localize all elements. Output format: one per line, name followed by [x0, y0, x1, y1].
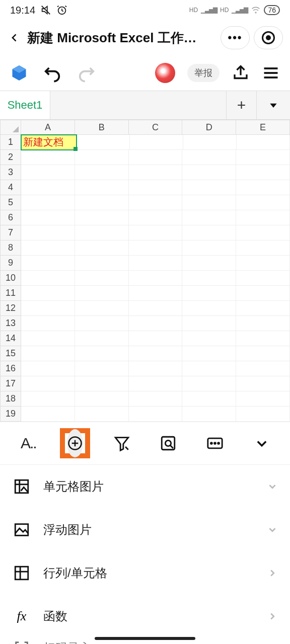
filter-button[interactable] [107, 428, 137, 458]
cell[interactable] [129, 225, 183, 240]
cell[interactable] [21, 271, 75, 286]
cell[interactable] [129, 407, 183, 422]
cell[interactable] [129, 180, 183, 195]
row-header[interactable]: 4 [0, 180, 21, 195]
cell[interactable] [236, 361, 290, 376]
add-sheet-button[interactable]: + [227, 91, 257, 119]
cell[interactable] [129, 165, 183, 180]
cell[interactable] [21, 256, 75, 271]
cell[interactable] [75, 256, 129, 271]
cell[interactable] [129, 316, 183, 331]
row-header[interactable]: 18 [0, 391, 21, 407]
app-logo-icon[interactable] [10, 64, 28, 82]
cell[interactable] [182, 256, 236, 271]
report-button[interactable]: 举报 [187, 64, 220, 82]
cell[interactable] [21, 150, 75, 165]
view-button[interactable] [153, 428, 183, 458]
cell[interactable] [21, 286, 75, 301]
row-header[interactable]: 8 [0, 240, 21, 256]
cell[interactable] [75, 316, 129, 331]
cell[interactable] [75, 286, 129, 301]
row-header[interactable]: 3 [0, 165, 21, 180]
back-button[interactable] [7, 28, 22, 48]
row-header[interactable]: 19 [0, 407, 21, 422]
cell[interactable] [75, 301, 129, 316]
col-header[interactable]: D [182, 120, 236, 135]
cell[interactable] [182, 391, 236, 407]
sheet-dropdown-button[interactable] [257, 91, 290, 119]
cell[interactable] [236, 346, 290, 361]
cell[interactable] [182, 240, 236, 256]
keyboard-button[interactable] [200, 428, 230, 458]
row-header[interactable]: 14 [0, 331, 21, 346]
cell[interactable] [182, 346, 236, 361]
cell[interactable] [21, 391, 75, 407]
menu-item-cell-image[interactable]: 单元格图片 [0, 465, 290, 508]
cell[interactable] [129, 271, 183, 286]
row-header[interactable]: 12 [0, 301, 21, 316]
cell[interactable] [183, 135, 237, 150]
cell[interactable] [182, 271, 236, 286]
cell[interactable] [75, 271, 129, 286]
cell[interactable] [182, 286, 236, 301]
cell[interactable] [75, 150, 129, 165]
cell[interactable] [21, 346, 75, 361]
row-header[interactable]: 17 [0, 376, 21, 391]
row-header[interactable]: 1 [0, 135, 21, 150]
cell[interactable] [75, 165, 129, 180]
cell[interactable] [182, 376, 236, 391]
cell[interactable] [129, 361, 183, 376]
cell[interactable] [129, 391, 183, 407]
cell[interactable] [236, 376, 290, 391]
cell[interactable] [75, 195, 129, 210]
cell[interactable] [21, 180, 75, 195]
cell[interactable] [75, 391, 129, 407]
cell[interactable] [75, 240, 129, 256]
col-header[interactable]: C [129, 120, 183, 135]
cell[interactable] [236, 240, 290, 256]
cell[interactable] [182, 225, 236, 240]
cell[interactable] [236, 180, 290, 195]
cell[interactable] [236, 271, 290, 286]
cell[interactable] [21, 225, 75, 240]
redo-button[interactable] [77, 63, 97, 83]
spreadsheet-grid[interactable]: A B C D E 1 新建文档 2 3 4 5 6 7 8 9 10 11 1… [0, 120, 290, 422]
cell[interactable] [75, 180, 129, 195]
cell[interactable] [75, 346, 129, 361]
record-button[interactable] [254, 26, 283, 49]
cell[interactable] [75, 376, 129, 391]
cell[interactable] [21, 195, 75, 210]
row-header[interactable]: 15 [0, 346, 21, 361]
cell[interactable] [129, 150, 183, 165]
undo-button[interactable] [42, 63, 62, 83]
menu-item-function[interactable]: fx 函数 [0, 595, 290, 638]
cell[interactable] [236, 286, 290, 301]
cell[interactable] [236, 407, 290, 422]
cell[interactable] [236, 301, 290, 316]
insert-button[interactable] [60, 428, 90, 458]
cell[interactable] [236, 165, 290, 180]
cell[interactable] [21, 376, 75, 391]
cell[interactable] [129, 376, 183, 391]
menu-item-float-image[interactable]: 浮动图片 [0, 508, 290, 551]
cell[interactable] [236, 150, 290, 165]
cell[interactable] [182, 316, 236, 331]
hamburger-button[interactable] [262, 64, 280, 82]
cell[interactable] [182, 331, 236, 346]
cell[interactable] [182, 195, 236, 210]
cell[interactable] [21, 210, 75, 225]
cell[interactable] [21, 407, 75, 422]
cell[interactable] [129, 195, 183, 210]
cell[interactable] [236, 391, 290, 407]
row-header[interactable]: 7 [0, 225, 21, 240]
cell[interactable] [75, 225, 129, 240]
row-header[interactable]: 5 [0, 195, 21, 210]
row-header[interactable]: 11 [0, 286, 21, 301]
cell[interactable] [21, 316, 75, 331]
text-format-button[interactable]: A.. [13, 428, 43, 458]
row-header[interactable]: 6 [0, 210, 21, 225]
cell[interactable] [182, 150, 236, 165]
select-all-corner[interactable] [0, 120, 21, 135]
sheet-tab-active[interactable]: Sheet1 [0, 91, 50, 119]
cell[interactable] [182, 180, 236, 195]
